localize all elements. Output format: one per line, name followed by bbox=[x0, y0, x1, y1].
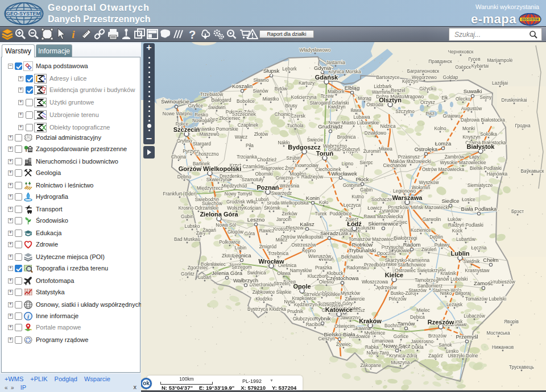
svg-text:Rzeszów: Rzeszów bbox=[428, 319, 454, 326]
svg-text:Sieradz: Sieradz bbox=[320, 230, 338, 236]
svg-text:Polkowice: Polkowice bbox=[219, 239, 241, 245]
svg-text:Kartuzy: Kartuzy bbox=[299, 80, 315, 86]
svg-text:Turek: Turek bbox=[315, 211, 328, 216]
svg-text:Słupsk: Słupsk bbox=[263, 68, 280, 74]
svg-text:Wysokie Mazowieckie: Wysokie Mazowieckie bbox=[440, 160, 486, 165]
svg-text:Warszawa: Warszawa bbox=[392, 194, 423, 201]
svg-text:Strzelin: Strzelin bbox=[274, 281, 289, 286]
svg-text:GEO-SYSTEM: GEO-SYSTEM bbox=[522, 18, 539, 21]
svg-text:Świdwin: Świdwin bbox=[208, 104, 226, 110]
svg-text:Częstochowa: Częstochowa bbox=[326, 275, 359, 281]
svg-text:Lubaczów: Lubaczów bbox=[464, 313, 485, 319]
svg-text:Legionowo: Legionowo bbox=[393, 188, 416, 194]
svg-text:Łosice: Łosice bbox=[462, 197, 475, 202]
svg-text:Czaplinek: Czaplinek bbox=[238, 122, 259, 128]
svg-text:Dębica: Dębica bbox=[410, 314, 425, 320]
svg-text:Kórnik: Kórnik bbox=[267, 205, 280, 211]
svg-text:Złocieniec: Złocieniec bbox=[219, 115, 240, 121]
svg-text:Brzozów: Brzozów bbox=[428, 333, 447, 339]
svg-text:Leżajsk: Leżajsk bbox=[446, 302, 463, 307]
svg-text:Tarnów: Tarnów bbox=[398, 320, 415, 327]
svg-text:Sławno: Sławno bbox=[253, 77, 269, 83]
svg-text:Muszyna: Muszyna bbox=[391, 360, 410, 365]
svg-text:Mielec: Mielec bbox=[416, 307, 430, 313]
svg-text:Sokółka: Sokółka bbox=[480, 131, 497, 137]
svg-text:Nowy Sącz: Nowy Sącz bbox=[383, 343, 411, 349]
svg-text:Kościerzyna: Kościerzyna bbox=[291, 94, 317, 100]
svg-text:Krapkowice: Krapkowice bbox=[292, 295, 317, 301]
svg-text:Radom: Radom bbox=[403, 241, 421, 248]
svg-text:Chojna: Chojna bbox=[171, 154, 187, 160]
svg-text:Trzcianka: Trzcianka bbox=[237, 154, 257, 160]
svg-text:Hrubieszów: Hrubieszów bbox=[490, 279, 515, 285]
svg-text:Bartoszyce: Bartoszyce bbox=[376, 74, 399, 80]
svg-text:Żmigród: Żmigród bbox=[259, 244, 277, 249]
svg-text:Oborniki: Oborniki bbox=[255, 171, 273, 177]
svg-text:Брэст: Брэст bbox=[511, 208, 524, 214]
svg-text:Konin: Konin bbox=[306, 195, 320, 201]
svg-text:Hajnówka: Hajnówka bbox=[487, 171, 508, 177]
svg-text:Góra: Góra bbox=[245, 231, 255, 236]
svg-text:Toruń: Toruń bbox=[316, 150, 334, 157]
svg-text:Szczytno: Szczytno bbox=[395, 109, 415, 114]
svg-text:Łowicz: Łowicz bbox=[367, 205, 382, 211]
svg-text:Dęblin: Dęblin bbox=[429, 234, 443, 240]
svg-text:Bad Muskau: Bad Muskau bbox=[174, 236, 201, 242]
svg-text:Sianów: Sianów bbox=[253, 88, 268, 94]
svg-text:Pińczów: Pińczów bbox=[389, 296, 407, 302]
svg-text:Szczecin: Szczecin bbox=[173, 126, 200, 133]
svg-text:Gostynin: Gostynin bbox=[343, 182, 362, 188]
svg-text:Białobrzegi: Białobrzegi bbox=[394, 235, 417, 241]
svg-text:Łapy: Łapy bbox=[469, 154, 480, 160]
svg-text:Krasnystaw: Krasnystaw bbox=[465, 268, 490, 273]
svg-text:Dębno: Dębno bbox=[177, 174, 192, 180]
svg-text:Morąg: Morąg bbox=[358, 95, 371, 101]
svg-text:Багратионовск: Багратионовск bbox=[407, 68, 440, 74]
svg-text:Kozienice: Kozienice bbox=[411, 227, 431, 233]
svg-text:Lazdijai: Lazdijai bbox=[492, 80, 508, 86]
svg-text:Giżycko: Giżycko bbox=[419, 86, 436, 91]
svg-text:Radzyń Podlaski: Radzyń Podlaski bbox=[448, 222, 483, 228]
svg-text:Правдинск: Правдинск bbox=[428, 59, 452, 64]
svg-text:Choszczno: Choszczno bbox=[195, 151, 218, 157]
svg-text:Przedbórz: Przedbórz bbox=[364, 262, 386, 268]
svg-text:Władysławowo: Władysławowo bbox=[300, 47, 331, 53]
svg-text:Oława: Oława bbox=[277, 270, 291, 276]
svg-text:Olecko: Olecko bbox=[456, 96, 470, 102]
svg-text:Iława: Iława bbox=[350, 107, 362, 113]
svg-text:Gdynia: Gdynia bbox=[314, 65, 332, 71]
svg-text:Żagań: Żagań bbox=[202, 227, 216, 233]
svg-text:Grodzisk Wlkp.: Grodzisk Wlkp. bbox=[226, 199, 258, 205]
svg-text:Koszalin: Koszalin bbox=[232, 83, 253, 89]
svg-text:Biała Podlaska: Biała Podlaska bbox=[461, 206, 498, 212]
svg-text:Brusy: Brusy bbox=[285, 103, 297, 109]
svg-text:Reszel: Reszel bbox=[391, 87, 406, 93]
svg-text:Chełm: Chełm bbox=[483, 257, 499, 263]
svg-text:Poddębice: Poddębice bbox=[329, 211, 352, 216]
svg-text:Elbląg: Elbląg bbox=[345, 85, 359, 91]
svg-text:Rawicz: Rawicz bbox=[259, 228, 275, 233]
svg-text:Skierniewice: Skierniewice bbox=[368, 220, 398, 227]
svg-text:Мостиська: Мостиська bbox=[486, 330, 510, 336]
svg-text:Września: Września bbox=[280, 183, 300, 189]
svg-text:Lublin: Lublin bbox=[451, 250, 470, 257]
svg-text:Kraków: Kraków bbox=[359, 318, 382, 324]
svg-text:Augustów: Augustów bbox=[461, 106, 482, 111]
svg-text:Przysucha: Przysucha bbox=[382, 244, 404, 250]
svg-text:Nowy Targ: Nowy Targ bbox=[366, 350, 388, 356]
svg-text:Grajewo: Grajewo bbox=[443, 113, 461, 119]
svg-text:Wałbrzych: Wałbrzych bbox=[233, 277, 258, 283]
svg-text:Malbork: Malbork bbox=[328, 89, 345, 94]
svg-text:Трускавець: Трускавець bbox=[509, 364, 534, 370]
svg-text:Puławy: Puławy bbox=[435, 242, 450, 248]
svg-text:Sanok: Sanok bbox=[439, 342, 452, 348]
svg-text:Nowe Warpno: Nowe Warpno bbox=[163, 111, 193, 116]
svg-text:Bielsk Podlaski: Bielsk Podlaski bbox=[470, 165, 502, 171]
svg-text:Wałcz: Wałcz bbox=[235, 134, 247, 140]
svg-text:Bytów: Bytów bbox=[275, 86, 288, 91]
svg-text:Złotów: Złotów bbox=[254, 131, 268, 137]
svg-text:Luboń: Luboń bbox=[255, 197, 268, 202]
svg-text:Gubin: Gubin bbox=[181, 214, 194, 219]
svg-text:Łomża: Łomża bbox=[435, 140, 452, 147]
svg-text:Lubań: Lubań bbox=[198, 274, 211, 280]
